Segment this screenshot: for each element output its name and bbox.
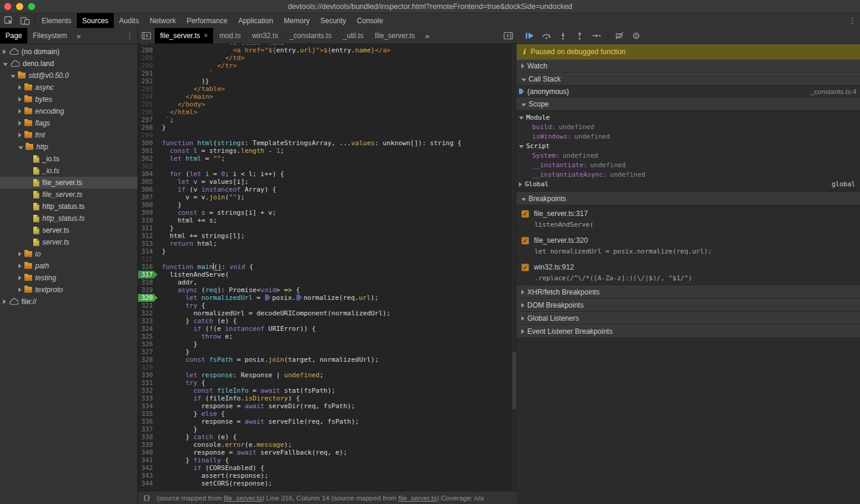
chevron-down-icon[interactable] [519,145,524,148]
section-xhr-fetch-breakpoints[interactable]: XHR/fetch Breakpoints [517,286,860,299]
code-line-326[interactable]: 326 } [138,340,517,348]
code-line-322[interactable]: 322 normalizedUrl = decodeURIComponent(n… [138,309,517,317]
navigator-tab-filesystem[interactable]: Filesystem [27,28,72,43]
editor-tab-file-server-ts[interactable]: file_server.ts× [155,28,214,43]
main-tab-elements[interactable]: Elements [36,13,77,28]
line-number[interactable]: 331 [138,379,158,387]
code-line-300[interactable]: 300function html(strings: TemplateString… [138,139,517,147]
code-line-310[interactable]: 310 html += s; [138,217,517,224]
code-line-340[interactable]: 340 response = await serveFallback(req, … [138,449,517,456]
code-line-311[interactable]: 311 } [138,224,517,232]
tree-item-http-status-ts[interactable]: http_status.ts [0,212,137,224]
tree-item-deno-land[interactable]: deno.land [0,58,137,70]
line-number[interactable]: 332 [138,387,158,395]
code-line-335[interactable]: 335 } else { [138,410,517,418]
line-number[interactable]: 343 [138,472,158,480]
code-line-320[interactable]: 320 let normalizedUrl = posix.normalize(… [138,294,517,302]
code-line-303[interactable]: 303 [138,162,517,170]
frame-location[interactable]: _constants.ts:4 [811,88,860,95]
chevron-right-icon[interactable] [519,182,522,187]
line-number[interactable]: 327 [138,348,158,356]
section-breakpoints[interactable]: Breakpoints [517,192,860,205]
code-line-334[interactable]: 334 response = await serveDir(req, fsPat… [138,402,517,410]
line-number[interactable]: 326 [138,340,158,348]
editor-tab-constants-ts[interactable]: _constants.ts [284,28,337,43]
code-line-338[interactable]: 338 } catch (e) { [138,433,517,441]
chevron-down-icon[interactable] [3,63,8,66]
editor-tab-win32-ts[interactable]: win32.ts [246,28,284,43]
chevron-right-icon[interactable] [18,109,21,114]
tree-item-file-server-ts[interactable]: file_server.ts [0,177,137,189]
chevron-down-icon[interactable] [519,117,524,120]
line-number[interactable]: 316 [138,263,158,271]
chevron-right-icon[interactable] [18,287,21,292]
line-number[interactable]: 330 [138,371,158,379]
tree-item-no-domain[interactable]: (no domain) [0,46,137,58]
code-line-302[interactable]: 302 let html = ""; [138,155,517,162]
tree-item-io-ts[interactable]: _io.ts [0,153,137,165]
main-tab-network[interactable]: Network [144,13,181,28]
breakpoint-gutter-317[interactable]: 317 [138,271,158,278]
editor-scrollbar-thumb[interactable] [512,352,516,409]
breakpoint-location[interactable]: win32.ts:912 [534,263,574,271]
code-line-327[interactable]: 327 } [138,348,517,356]
section-global-listeners[interactable]: Global Listeners [517,312,860,325]
code-line-342[interactable]: 342 if (CORSEnabled) { [138,464,517,472]
code-line-328[interactable]: 328 const fsPath = posix.join(target, no… [138,356,517,364]
tree-item-file-server-ts[interactable]: file_server.ts [0,189,137,201]
line-number[interactable]: 309 [138,209,158,217]
chevron-down-icon[interactable] [18,146,23,149]
line-number[interactable]: 307 [138,193,158,201]
chevron-right-icon[interactable] [18,133,21,137]
tree-item-testing[interactable]: testing [0,272,137,284]
code-line-308[interactable]: 308 } [138,201,517,209]
code-line-330[interactable]: 330 let response: Response | undefined; [138,371,517,379]
line-number[interactable]: 325 [138,333,158,340]
code-line-291[interactable]: 291 ` [138,70,517,77]
close-tab-icon[interactable]: × [204,32,208,40]
tree-item-fmt[interactable]: fmt [0,129,137,141]
main-tab-performance[interactable]: Performance [181,13,233,28]
code-line-343[interactable]: 343 assert(response); [138,472,517,480]
line-number[interactable]: 301 [138,147,158,155]
customize-devtools-icon[interactable]: ⋮ [845,13,860,28]
tree-item-server-ts[interactable]: server.ts [0,236,137,248]
code-line-288[interactable]: 288 <a href="${entry.url}">${entry.name}… [138,46,517,54]
device-toolbar-icon[interactable] [17,13,33,28]
line-number[interactable]: 302 [138,155,158,162]
tree-item-http[interactable]: http [0,141,137,153]
line-number[interactable]: 337 [138,425,158,433]
code-line-317[interactable]: 317 listenAndServe( [138,271,517,278]
breakpoint-gutter-320[interactable]: 320 [138,294,158,302]
chevron-right-icon[interactable] [18,252,21,256]
editor-tab-file-server-ts[interactable]: file_server.ts [370,28,421,43]
code-line-295[interactable]: 295 </body> [138,101,517,108]
line-number[interactable]: 333 [138,395,158,402]
line-number[interactable]: 308 [138,201,158,209]
code-line-324[interactable]: 324 if (!(e instanceof URIError)) { [138,325,517,333]
line-number[interactable]: 335 [138,410,158,418]
line-number[interactable]: 291 [138,70,158,77]
code-line-312[interactable]: 312 html += strings[l]; [138,232,517,240]
line-number[interactable]: 304 [138,170,158,178]
section-event-listener-breakpoints[interactable]: Event Listener Breakpoints [517,325,860,338]
tree-item-textproto[interactable]: textproto [0,284,137,296]
editor-tab-mod-ts[interactable]: mod.ts [214,28,246,43]
more-editor-tabs-icon[interactable]: » [421,28,433,43]
source-map-link[interactable]: file_server.ts [398,494,437,502]
continue-to-marker-icon[interactable] [296,295,302,300]
tree-item-std-v0-50-0[interactable]: std@v0.50.0 [0,70,137,82]
code-line-323[interactable]: 323 } catch (e) { [138,317,517,325]
line-number[interactable]: 340 [138,449,158,456]
code-line-307[interactable]: 307 v = v.join(""); [138,193,517,201]
source-map-link[interactable]: file_server.ts [224,494,262,502]
breakpoint-checkbox[interactable]: ✓ [521,237,529,245]
code-line-299[interactable]: 299 [138,132,517,139]
code-line-290[interactable]: 290 </tr> [138,62,517,70]
line-number[interactable]: 323 [138,317,158,325]
line-number[interactable]: 296 [138,108,158,116]
breakpoint-location[interactable]: file_server.ts:320 [534,236,588,245]
line-number[interactable]: 334 [138,402,158,410]
step-over-icon[interactable] [538,32,555,40]
tree-item-io-ts[interactable]: _io.ts [0,165,137,177]
